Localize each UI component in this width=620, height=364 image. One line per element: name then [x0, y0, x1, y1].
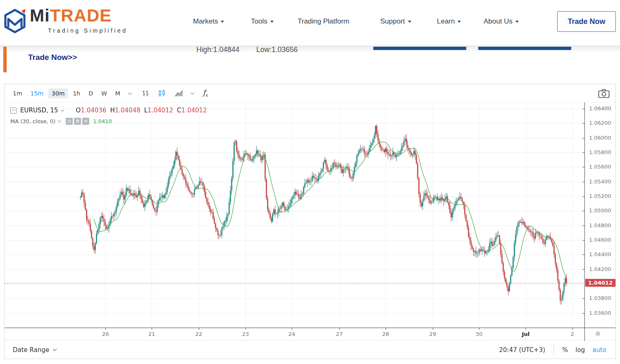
trade-now-button[interactable]: Trade Now — [557, 11, 616, 32]
ma-remove-icon[interactable]: ✕ — [82, 118, 89, 125]
interval-m[interactable]: M — [112, 88, 124, 98]
time-axis-label: 28 — [373, 331, 398, 337]
close-value: 1.04012 — [181, 107, 207, 114]
chevron-down-icon — [408, 21, 411, 23]
low-key: L — [144, 107, 148, 114]
percent-scale-button[interactable]: % — [562, 346, 568, 354]
blue-banner-bar — [478, 47, 571, 50]
interval-dropdown-icon[interactable] — [128, 90, 132, 95]
ma-value: 1.0410 — [93, 118, 112, 124]
price-axis-tick — [582, 226, 585, 226]
price-axis-label: 1.06200 — [589, 120, 611, 126]
price-axis-label: 1.05000 — [589, 207, 611, 214]
clock-timezone[interactable]: 20:47 (UTC+3) — [499, 346, 546, 354]
interval-d[interactable]: D — [85, 88, 96, 98]
nav-support[interactable]: Support — [380, 17, 411, 26]
mitrade-logo-icon — [3, 8, 26, 35]
time-axis-tick — [246, 328, 246, 330]
price-axis-tick — [582, 269, 585, 270]
ma-settings-icon[interactable]: ⚙ — [74, 118, 81, 125]
time-axis-label: 20 — [93, 331, 118, 337]
trade-now-link[interactable]: Trade Now>> — [28, 53, 77, 62]
session-high: High:1.04844 — [196, 45, 239, 54]
interval-1m[interactable]: 1m — [10, 88, 26, 98]
ma-indicator-label[interactable]: MA (30, close, 0) — [10, 118, 55, 124]
logo-tagline: Trading Simplified — [48, 27, 128, 34]
price-axis-tick — [582, 182, 585, 182]
page: MiTRADE Trading Simplified Markets Tools… — [0, 0, 620, 364]
time-axis-tick — [292, 328, 292, 330]
time-axis[interactable]: ☼ 202122232427282930Jul2 — [5, 328, 615, 340]
time-axis-label: 22 — [186, 331, 211, 337]
time-axis-tick — [526, 328, 526, 330]
price-axis-tick — [582, 313, 585, 314]
price-axis-label: 1.03800 — [589, 295, 611, 301]
ma-visibility-icon[interactable]: ⊙ — [66, 118, 73, 125]
open-key: O — [76, 107, 81, 114]
area-style-icon[interactable] — [174, 89, 184, 98]
chart-legend: − EURUSD, 15 O1.04036 H1.04048 L1.04012 … — [10, 107, 207, 125]
interval-1h[interactable]: 1h — [69, 88, 83, 98]
bars-style-icon[interactable] — [141, 89, 150, 98]
low-value: 1.04012 — [148, 107, 173, 114]
price-axis-tick — [582, 298, 585, 299]
symbol-label[interactable]: EURUSD, 15 — [20, 107, 58, 114]
mitrade-logo[interactable]: MiTRADE Trading Simplified — [3, 6, 128, 35]
interval-w[interactable]: W — [98, 88, 110, 98]
time-axis-label: 23 — [233, 331, 258, 337]
nav-tools[interactable]: Tools — [251, 17, 274, 26]
blue-banner-bar — [373, 47, 466, 50]
chart-toolbar: 1m 15m 30m 1h D W M ƒx — [5, 84, 615, 102]
open-value: 1.04036 — [81, 107, 106, 114]
time-axis-label: 24 — [279, 331, 304, 337]
price-axis-label: 1.05200 — [589, 193, 611, 199]
style-dropdown-icon[interactable] — [191, 90, 195, 95]
divider — [553, 345, 554, 355]
orange-accent-bar — [3, 47, 7, 72]
price-axis-tick — [582, 123, 585, 124]
log-scale-button[interactable]: log — [575, 346, 585, 354]
price-axis-label: 1.04800 — [589, 222, 611, 228]
price-axis-label: 1.06000 — [589, 135, 611, 141]
high-value: 1.04048 — [115, 107, 141, 114]
candlestick-chart[interactable] — [5, 102, 584, 328]
high-key: H — [110, 107, 114, 114]
logo-text: MiTRADE Trading Simplified — [30, 6, 128, 35]
time-axis-tick — [339, 328, 340, 330]
candles-style-icon[interactable] — [158, 89, 166, 98]
nav-markets[interactable]: Markets — [193, 17, 224, 26]
chevron-down-icon — [458, 21, 461, 23]
interval-15m[interactable]: 15m — [27, 88, 47, 98]
chevron-down-icon — [515, 21, 519, 23]
chart-widget: 1m 15m 30m 1h D W M ƒx — [4, 84, 616, 359]
price-axis-tick — [582, 255, 585, 255]
auto-scale-button[interactable]: auto — [592, 346, 606, 354]
indicators-icon[interactable]: ƒx — [203, 88, 208, 98]
time-axis-label: 29 — [420, 331, 445, 337]
time-axis-tick — [386, 328, 386, 330]
chevron-down-icon — [221, 21, 224, 23]
price-axis-label: 1.05800 — [589, 149, 611, 155]
interval-30m[interactable]: 30m — [48, 88, 68, 98]
price-axis-tick — [582, 109, 585, 109]
snapshot-camera-icon[interactable] — [598, 88, 610, 100]
axis-settings-gear-icon[interactable]: ☼ — [595, 330, 601, 338]
ohlc-values: O1.04036 H1.04048 L1.04012 C1.04012 — [76, 107, 207, 114]
nav-learn[interactable]: Learn — [437, 17, 461, 26]
price-axis[interactable]: 1.04012 1.064001.062001.060001.058001.05… — [584, 102, 615, 328]
nav-about-us[interactable]: About Us — [484, 17, 519, 26]
nav-trading-platform[interactable]: Trading Platform — [298, 17, 349, 26]
price-axis-label: 1.05600 — [589, 164, 611, 170]
logo-trade: TRADE — [50, 6, 112, 25]
price-axis-label: 1.04400 — [589, 251, 611, 257]
session-low: Low:1.03656 — [256, 45, 298, 54]
chart-bottom-bar: Date Range 20:47 (UTC+3) % log auto — [5, 340, 615, 359]
time-axis-tick — [572, 328, 573, 330]
symbol-dropdown-icon[interactable] — [60, 108, 64, 111]
ma-dropdown-icon[interactable] — [58, 119, 61, 122]
date-range-selector[interactable]: Date Range — [13, 346, 56, 354]
legend-collapse-icon[interactable]: − — [10, 107, 17, 114]
chevron-down-icon — [53, 347, 57, 351]
price-axis-tick — [582, 138, 585, 138]
price-axis-tick — [582, 211, 585, 211]
